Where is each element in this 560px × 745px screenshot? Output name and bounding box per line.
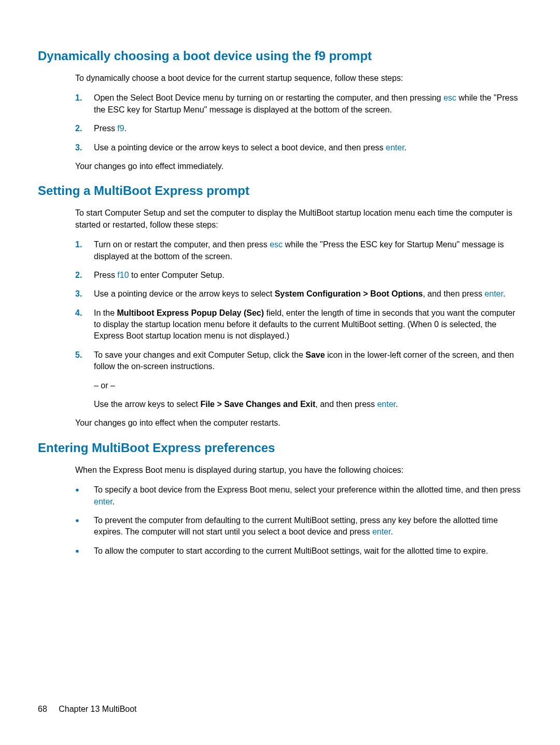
text-run: To specify a boot device from the Expres… <box>94 485 521 494</box>
step-text: Turn on or restart the computer, and the… <box>94 239 522 262</box>
bold-term: System Configuration > Boot Options <box>275 289 423 298</box>
steps-multiboot: 1.Turn on or restart the computer, and t… <box>75 239 522 373</box>
text-run: Use a pointing device or the arrow keys … <box>94 143 386 152</box>
intro-multiboot: To start Computer Setup and set the comp… <box>75 207 522 231</box>
step-item: 2.Press f10 to enter Computer Setup. <box>75 270 522 281</box>
bullet-icon: ● <box>75 545 94 557</box>
step-number: 3. <box>75 288 94 300</box>
text-run: . <box>396 400 398 409</box>
text-run: Press <box>94 271 117 279</box>
step-text: To save your changes and exit Computer S… <box>94 349 522 373</box>
step-text: Press f10 to enter Computer Setup. <box>94 270 522 281</box>
text-run: Use a pointing device or the arrow keys … <box>94 289 275 298</box>
outro-f9: Your changes go into effect immediately. <box>75 161 522 172</box>
or-text: – or – <box>94 380 522 391</box>
key-term: f10 <box>117 271 129 279</box>
step-text: Use a pointing device or the arrow keys … <box>94 288 522 300</box>
step-text: Use a pointing device or the arrow keys … <box>94 142 522 153</box>
key-term: esc <box>443 93 456 102</box>
step-number: 1. <box>75 239 94 262</box>
text-run: . <box>124 124 127 133</box>
bold-term: Multiboot Express Popup Delay (Sec) <box>117 308 264 317</box>
intro-preferences: When the Express Boot menu is displayed … <box>75 465 522 476</box>
step-item: 1.Open the Select Boot Device menu by tu… <box>75 92 522 116</box>
key-term: enter <box>485 289 503 298</box>
step-item: 3.Use a pointing device or the arrow key… <box>75 288 522 300</box>
section-preferences: Entering MultiBoot Express preferences W… <box>38 441 522 557</box>
key-term: f9 <box>117 124 124 133</box>
text-run: To prevent the computer from defaulting … <box>94 516 498 536</box>
or-line: Use the arrow keys to select File > Save… <box>94 399 522 410</box>
bold-term: Save <box>305 350 325 359</box>
text-run: . <box>503 289 505 298</box>
page-footer: 68 Chapter 13 MultiBoot <box>38 705 137 714</box>
bullets-preferences: ●To specify a boot device from the Expre… <box>75 484 522 557</box>
step-number: 2. <box>75 270 94 281</box>
step-number: 5. <box>75 349 94 373</box>
text-run: . <box>404 143 407 152</box>
key-term: enter <box>372 527 391 536</box>
step-item: 1.Turn on or restart the computer, and t… <box>75 239 522 262</box>
bullet-item: ●To prevent the computer from defaulting… <box>75 515 522 538</box>
text-run: , and then press <box>315 400 377 409</box>
steps-f9: 1.Open the Select Boot Device menu by tu… <box>75 92 522 153</box>
text-run: To save your changes and exit Computer S… <box>94 350 305 359</box>
step-item: 2.Press f9. <box>75 123 522 134</box>
step-text: In the Multiboot Express Popup Delay (Se… <box>94 307 522 342</box>
text-run: Open the Select Boot Device menu by turn… <box>94 93 443 102</box>
text-run: Use the arrow keys to select <box>94 400 200 409</box>
text-run: Turn on or restart the computer, and the… <box>94 240 270 249</box>
bullet-text: To specify a boot device from the Expres… <box>94 484 522 508</box>
step-number: 3. <box>75 142 94 153</box>
heading-multiboot: Setting a MultiBoot Express prompt <box>38 184 522 198</box>
chapter-title: Chapter 13 MultiBoot <box>59 705 136 713</box>
text-run: In the <box>94 308 117 317</box>
text-run: to enter Computer Setup. <box>129 271 225 279</box>
step-item: 5.To save your changes and exit Computer… <box>75 349 522 373</box>
bullet-icon: ● <box>75 484 94 508</box>
outro-multiboot: Your changes go into effect when the com… <box>75 417 522 429</box>
step-number: 4. <box>75 307 94 342</box>
bullet-icon: ● <box>75 515 94 538</box>
bullet-item: ●To allow the computer to start accordin… <box>75 545 522 557</box>
section-f9-prompt: Dynamically choosing a boot device using… <box>38 49 522 172</box>
heading-f9: Dynamically choosing a boot device using… <box>38 49 522 63</box>
intro-f9: To dynamically choose a boot device for … <box>75 73 522 84</box>
section-multiboot-prompt: Setting a MultiBoot Express prompt To st… <box>38 184 522 429</box>
step-item: 4.In the Multiboot Express Popup Delay (… <box>75 307 522 342</box>
text-run: . <box>113 497 115 506</box>
bullet-text: To allow the computer to start according… <box>94 545 522 557</box>
key-term: esc <box>270 240 283 249</box>
bold-term: File > Save Changes and Exit <box>200 400 315 409</box>
step-item: 3.Use a pointing device or the arrow key… <box>75 142 522 153</box>
step-number: 1. <box>75 92 94 116</box>
key-term: enter <box>377 400 396 409</box>
key-term: enter <box>94 497 113 506</box>
key-term: enter <box>386 143 404 152</box>
step-text: Open the Select Boot Device menu by turn… <box>94 92 522 116</box>
text-run: To allow the computer to start according… <box>94 546 488 555</box>
text-run: Press <box>94 124 117 133</box>
bullet-item: ●To specify a boot device from the Expre… <box>75 484 522 508</box>
page-number: 68 <box>38 705 47 713</box>
step-text: Press f9. <box>94 123 522 134</box>
text-run: , and then press <box>423 289 484 298</box>
heading-preferences: Entering MultiBoot Express preferences <box>38 441 522 455</box>
text-run: . <box>390 527 393 536</box>
step-number: 2. <box>75 123 94 134</box>
bullet-text: To prevent the computer from defaulting … <box>94 515 522 538</box>
